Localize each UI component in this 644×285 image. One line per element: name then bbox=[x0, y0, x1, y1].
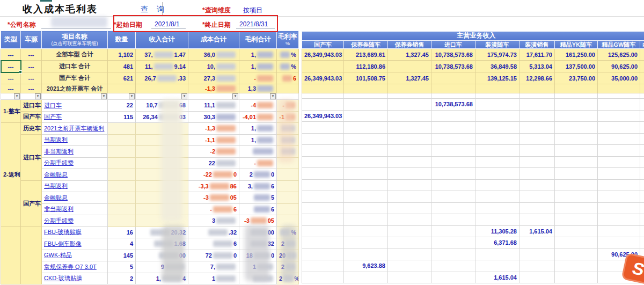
cell-revenue: 26,3403 bbox=[136, 111, 188, 123]
company-name-label: *公司名称 bbox=[8, 20, 36, 30]
cell-cost: 22 bbox=[188, 157, 239, 169]
table-row: 分期手续费 22 - bbox=[1, 157, 299, 169]
main-business-revenue-table: 主营业务收入国产车保养券随车保养券销售进口车装潢随车装潢销售精品YK随车精品GW… bbox=[302, 31, 644, 283]
cell-cost: -1,1 bbox=[188, 134, 239, 146]
project-link[interactable]: 常规保养券 Q7 3.0T bbox=[44, 264, 97, 270]
cell bbox=[555, 260, 598, 272]
query-button[interactable]: 查 询 bbox=[141, 5, 167, 14]
value-fragment: 03 bbox=[179, 114, 186, 120]
cell: 5,313.04 bbox=[519, 61, 555, 72]
cell bbox=[640, 99, 644, 111]
cell bbox=[431, 191, 475, 203]
filter-dropdown-icon[interactable]: ▾ bbox=[181, 93, 187, 99]
table-row: 分期手续费 3 -305 bbox=[1, 215, 299, 227]
query-dimension-value[interactable]: 按项目 bbox=[243, 6, 262, 15]
table-row: 6,371.68 bbox=[302, 237, 644, 249]
cell-qty: 16 bbox=[108, 226, 136, 238]
value-fragment: 30,3 bbox=[204, 114, 215, 120]
cell bbox=[519, 84, 555, 93]
project-link[interactable]: 金融贴息 bbox=[44, 171, 68, 178]
cell-type[interactable]: --- bbox=[1, 84, 21, 93]
cell-type[interactable]: --- bbox=[1, 61, 21, 72]
filter-dropdown-icon[interactable]: ▾ bbox=[270, 93, 276, 99]
project-link[interactable]: 进口车 bbox=[44, 102, 62, 108]
value-fragment: - bbox=[254, 75, 256, 82]
filter-dropdown-icon[interactable]: ▾ bbox=[232, 93, 238, 99]
censor-blur bbox=[257, 85, 273, 92]
value-fragment: 86 bbox=[230, 183, 237, 189]
project-link[interactable]: 分期手续费 bbox=[44, 159, 74, 166]
filter-dropdown-icon[interactable]: ▾ bbox=[14, 93, 20, 99]
table-row bbox=[302, 84, 644, 93]
project-link[interactable]: 当期返利 bbox=[44, 182, 68, 189]
project-link[interactable]: FBU-玻璃贴膜 bbox=[44, 229, 82, 235]
cell bbox=[344, 133, 388, 145]
project-link[interactable]: 分期手续费 bbox=[44, 217, 74, 224]
cell bbox=[388, 272, 431, 283]
cell bbox=[302, 191, 344, 203]
censor-blur bbox=[253, 148, 273, 155]
cell bbox=[640, 49, 644, 61]
filter-dropdown-icon[interactable]: ▾ bbox=[35, 93, 41, 99]
cell-profit: - bbox=[239, 157, 277, 169]
cell-source: --- bbox=[21, 84, 42, 93]
project-link[interactable]: 金融贴息 bbox=[44, 194, 68, 201]
cell bbox=[388, 179, 431, 191]
start-date-field[interactable]: 2021/8/1 bbox=[155, 20, 180, 28]
col-header-profit: 毛利合计 bbox=[239, 31, 277, 49]
cell-project: 非当期返利 bbox=[42, 203, 108, 215]
cell-margin: % bbox=[277, 226, 299, 238]
cell-qty: 1,102 bbox=[108, 49, 136, 61]
censor-blur bbox=[216, 125, 236, 131]
project-link[interactable]: 非当期返利 bbox=[44, 206, 74, 212]
cell bbox=[519, 237, 555, 249]
table-row bbox=[302, 202, 644, 214]
cell bbox=[598, 133, 640, 145]
cell-profit: - bbox=[239, 72, 277, 84]
cell-cost: 3 bbox=[188, 215, 239, 227]
project-link[interactable]: 非当期返利 bbox=[44, 148, 74, 155]
start-date-underline bbox=[151, 28, 186, 29]
cell-type[interactable]: --- bbox=[1, 72, 21, 84]
cell bbox=[640, 202, 644, 214]
cell bbox=[344, 272, 388, 283]
cell-type[interactable]: --- bbox=[1, 49, 21, 61]
table-row bbox=[302, 133, 644, 145]
table-row bbox=[302, 214, 644, 226]
cell-margin: 2% bbox=[277, 273, 299, 284]
company-name-field-redacted[interactable] bbox=[51, 17, 107, 27]
table-row: 11,305.281,615.04 bbox=[302, 225, 644, 237]
cell bbox=[388, 145, 431, 157]
censor-blur bbox=[253, 275, 273, 282]
cell-project: 常规保养券 Q7 3.0T bbox=[42, 261, 108, 273]
cell-qty: 481 bbox=[108, 61, 136, 72]
summary-row: --- --- 进口车 合计 481 11,9.14 10, 1, % bbox=[1, 61, 299, 72]
value-fragment: % bbox=[294, 275, 298, 282]
cell bbox=[555, 93, 598, 99]
project-link[interactable]: CKD-玻璃贴膜 bbox=[44, 275, 82, 281]
project-link[interactable]: GWK-精品 bbox=[44, 252, 72, 258]
value-fragment: -1,3 bbox=[205, 125, 215, 131]
cell-margin bbox=[277, 123, 299, 135]
project-link[interactable]: 国产车 bbox=[44, 113, 62, 120]
censor-blur bbox=[159, 114, 178, 120]
cell bbox=[519, 168, 555, 180]
cell: 11,305.28 bbox=[475, 225, 519, 237]
filter-dropdown-icon[interactable]: ▾ bbox=[129, 93, 135, 99]
project-link[interactable]: 2021之前开票车辆返利 bbox=[44, 125, 104, 131]
value-fragment: 3 bbox=[212, 217, 215, 224]
spreadsheet-window: 收入成本毛利表 查 询 *查询维度 按项目 *公司名称 *起始日期 2021/8… bbox=[0, 0, 644, 285]
project-link[interactable]: 当期返利 bbox=[44, 136, 68, 143]
cell-revenue bbox=[136, 134, 188, 146]
censor-blur bbox=[216, 137, 236, 143]
end-date-field[interactable]: 2021/8/31 bbox=[239, 20, 268, 28]
filter-dropdown-icon[interactable]: ▾ bbox=[101, 93, 107, 99]
cell: 1,615.04 bbox=[475, 272, 519, 283]
project-link[interactable]: FBU-倒车影像 bbox=[44, 240, 82, 247]
value-fragment: 0 bbox=[233, 252, 237, 259]
cell-margin: % bbox=[277, 49, 299, 61]
value-fragment: 11, bbox=[145, 63, 153, 70]
cell bbox=[640, 225, 644, 237]
cell bbox=[598, 179, 640, 191]
value-fragment: 2 bbox=[281, 240, 284, 247]
